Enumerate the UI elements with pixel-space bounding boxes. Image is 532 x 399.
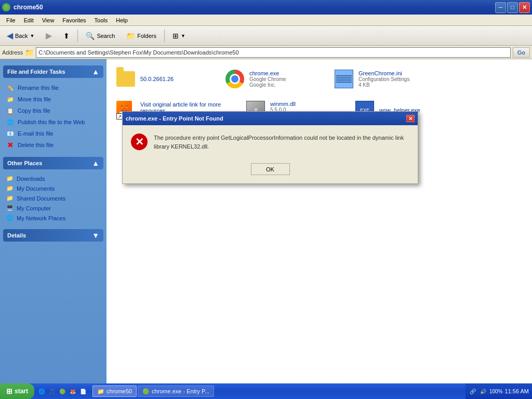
ini-name: GreenChrome.ini — [358, 70, 409, 76]
chrome-info: chrome.exe Google Chrome Google Inc. — [249, 70, 286, 88]
taskbar-item-dialog[interactable]: 🟢 chrome.exe - Entry P... — [138, 385, 214, 397]
folder-info: 50.0.2661.26 — [140, 76, 174, 82]
search-button[interactable]: 🔍 Search — [81, 28, 119, 44]
start-button[interactable]: ⊞ start — [0, 383, 34, 399]
close-button[interactable]: ✕ — [519, 2, 530, 13]
mycomputer-icon: 🖥️ — [6, 205, 14, 211]
place-mydocs[interactable]: 📁 My Documents — [0, 183, 107, 193]
task-move[interactable]: 📁 Move this file — [0, 94, 107, 105]
search-icon: 🔍 — [86, 32, 95, 40]
search-label: Search — [97, 33, 115, 39]
app-icon: 🟢 — [2, 3, 10, 11]
extra-icon[interactable]: 📄 — [79, 387, 87, 395]
system-clock: 11:56 AM — [505, 388, 529, 394]
views-dropdown-icon: ▼ — [181, 33, 185, 38]
titlebar: 🟢 chrome50 ─ □ ✕ — [0, 0, 532, 15]
place-network[interactable]: 🌐 My Network Places — [0, 213, 107, 223]
move-icon: 📁 — [6, 95, 15, 103]
mydocs-folder-icon: 📁 — [6, 185, 14, 192]
taskbar-quick-launch: 🌐 🎵 🟢 🦊 📄 — [34, 387, 90, 395]
menu-favorites[interactable]: Favorites — [58, 16, 90, 24]
volume-icon: 🔊 — [479, 387, 487, 395]
other-places-toggle: ▲ — [92, 159, 99, 167]
menubar: File Edit View Favorites Tools Help — [0, 15, 532, 26]
main-area: File and Folder Tasks ▲ ✏️ Rename this f… — [0, 59, 532, 383]
task-rename-label: Rename this file — [18, 85, 59, 91]
media-icon[interactable]: 🎵 — [48, 387, 56, 395]
taskbar-items: 📁 chrome50 🟢 chrome.exe - Entry P... — [90, 385, 466, 397]
publish-icon: 🌐 — [6, 118, 15, 126]
other-places-title: Other Places — [7, 160, 42, 166]
file-item-chrome[interactable]: chrome.exe Google Chrome Google Inc. — [220, 63, 329, 95]
dialog-close-button[interactable]: ✕ — [406, 115, 415, 122]
folder-address-icon: 📁 — [25, 48, 34, 57]
ini-desc2: 4 KB — [358, 82, 409, 88]
ok-button[interactable]: OK — [251, 163, 290, 175]
folders-icon: 📁 — [126, 32, 135, 40]
task-email[interactable]: 📧 E-mail this file — [0, 128, 107, 139]
menu-edit[interactable]: Edit — [20, 16, 38, 24]
start-label: start — [15, 388, 28, 395]
file-tasks-title: File and Folder Tasks — [7, 69, 65, 75]
minimize-button[interactable]: ─ — [495, 2, 506, 13]
task-publish[interactable]: 🌐 Publish this file to the Web — [0, 116, 107, 128]
task-publish-label: Publish this file to the Web — [18, 119, 85, 125]
other-places-content: 📁 Downloads 📁 My Documents 📁 Shared Docu… — [0, 171, 107, 225]
ini-icon-shape — [335, 70, 353, 88]
taskbar-item-dialog-icon: 🟢 — [142, 388, 150, 395]
task-delete[interactable]: ✖ Delete this file — [0, 139, 107, 151]
folder-icon — [115, 69, 136, 89]
task-copy-label: Copy this file — [18, 108, 50, 114]
dialog-message: The procedure entry point GetLogicalProc… — [154, 134, 409, 151]
maximize-button[interactable]: □ — [507, 2, 518, 13]
dialog-footer: OK — [123, 159, 418, 183]
network-icon: 🌐 — [6, 215, 14, 221]
folders-button[interactable]: 📁 Folders — [122, 28, 161, 44]
windows-logo-icon: ⊞ — [6, 387, 12, 395]
dialog-titlebar: chrome.exe - Entry Point Not Found ✕ — [123, 112, 418, 125]
ini-icon — [334, 69, 354, 89]
go-button[interactable]: Go — [513, 47, 530, 58]
chrome-taskbar-icon[interactable]: 🟢 — [58, 387, 66, 395]
menu-tools[interactable]: Tools — [90, 16, 112, 24]
file-item-folder[interactable]: 50.0.2661.26 — [111, 63, 220, 95]
task-delete-label: Delete this file — [18, 142, 54, 148]
folder-shape — [116, 71, 135, 87]
place-network-label: My Network Places — [17, 215, 65, 221]
downloads-folder-icon: 📁 — [6, 175, 14, 182]
details-toggle: ▼ — [92, 231, 99, 240]
place-shareddocs-label: Shared Documents — [17, 195, 65, 202]
file-item-greenini[interactable]: GreenChrome.ini Configuration Settings 4… — [329, 63, 438, 95]
back-button[interactable]: ◀ Back ▼ — [2, 28, 39, 44]
firefox-taskbar-icon[interactable]: 🦊 — [69, 387, 77, 395]
task-move-label: Move this file — [18, 96, 51, 102]
views-button[interactable]: ⊞ ▼ — [168, 28, 190, 44]
ini-info: GreenChrome.ini Configuration Settings 4… — [358, 70, 409, 88]
chrome-name: chrome.exe — [249, 70, 286, 76]
error-dialog: chrome.exe - Entry Point Not Found ✕ ✕ T… — [122, 111, 418, 184]
up-button[interactable]: ⬆ — [59, 28, 74, 44]
file-tasks-header[interactable]: File and Folder Tasks ▲ — [3, 65, 103, 78]
address-input[interactable] — [36, 47, 510, 58]
place-downloads[interactable]: 📁 Downloads — [0, 174, 107, 183]
forward-button[interactable]: ▶ — [41, 28, 57, 44]
email-icon: 📧 — [6, 129, 15, 138]
dialog-title: chrome.exe - Entry Point Not Found — [126, 115, 223, 122]
task-rename[interactable]: ✏️ Rename this file — [0, 82, 107, 94]
error-icon: ✕ — [131, 134, 148, 150]
task-copy[interactable]: 📋 Copy this file — [0, 105, 107, 116]
taskbar-item-chrome50[interactable]: 📁 chrome50 — [92, 385, 137, 397]
menu-help[interactable]: Help — [112, 16, 132, 24]
up-arrow-icon: ⬆ — [63, 32, 70, 40]
details-header[interactable]: Details ▼ — [3, 229, 103, 242]
chrome-exe-icon — [224, 69, 245, 89]
toolbar-separator-1 — [77, 30, 78, 42]
back-dropdown-icon: ▼ — [30, 33, 34, 38]
other-places-header[interactable]: Other Places ▲ — [3, 157, 103, 169]
menu-view[interactable]: View — [38, 16, 59, 24]
place-shareddocs[interactable]: 📁 Shared Documents — [0, 193, 107, 203]
place-mycomputer[interactable]: 🖥️ My Computer — [0, 203, 107, 213]
menu-file[interactable]: File — [2, 16, 20, 24]
ie-icon[interactable]: 🌐 — [37, 387, 46, 395]
place-mycomputer-label: My Computer — [17, 205, 51, 211]
